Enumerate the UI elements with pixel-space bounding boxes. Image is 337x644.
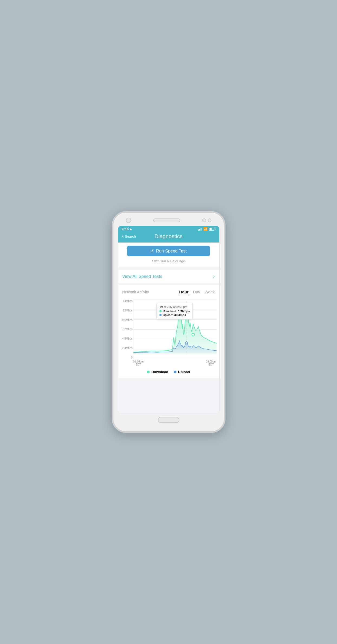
screen: 9:16 ▶ 📶 — [118, 226, 220, 414]
bottom-bar — [158, 414, 179, 426]
y-label-2-4: 2.4Mbps — [122, 347, 132, 350]
tooltip-download-dot — [159, 310, 162, 312]
refresh-icon: ↺ — [150, 248, 154, 254]
y-label-7-2: 7.2Mbps — [122, 328, 132, 331]
legend-download: Download — [147, 370, 168, 374]
network-activity-label: Network Activity — [122, 290, 149, 294]
back-label: Search — [125, 234, 136, 238]
content-scroll[interactable]: ↺ Run Speed Test Last Run 6 Days Ago Vie… — [118, 243, 219, 414]
x-tz-900: EDT — [206, 363, 217, 366]
network-activity-header: Network Activity Hour Day Week — [118, 290, 219, 295]
signal-bar-3 — [200, 228, 201, 231]
tooltip-download-row: Download: 1.9Mbps — [159, 310, 190, 313]
tooltip-date: 19 of July at 8:58 pm — [159, 305, 190, 308]
y-label-12: 12Mbps — [123, 309, 133, 312]
gridline-6 — [133, 349, 217, 349]
tab-week[interactable]: Week — [204, 290, 215, 295]
tooltip-upload-label: Upload: — [163, 313, 173, 317]
battery-fill — [210, 228, 212, 230]
top-hardware — [118, 218, 220, 223]
gridline-1 — [133, 300, 217, 300]
y-axis-labels: 14Mbps 12Mbps 9.5Mbps 7.2Mbps 4.8Mbps 2.… — [119, 300, 133, 359]
battery-body — [209, 228, 214, 231]
signal-bars — [198, 228, 202, 231]
chart-area: 19 of July at 8:58 pm Download: 1.9Mbps … — [133, 300, 217, 359]
run-speed-test-label: Run Speed Test — [156, 249, 187, 254]
chart-container: 14Mbps 12Mbps 9.5Mbps 7.2Mbps 4.8Mbps 2.… — [118, 300, 219, 367]
tooltip-download-value: 1.9Mbps — [178, 310, 190, 313]
speed-test-section: ↺ Run Speed Test Last Run 6 Days Ago — [118, 243, 219, 267]
chart-legend: Download Upload — [118, 367, 219, 374]
legend-dot-download — [147, 371, 150, 373]
time-tabs: Hour Day Week — [179, 290, 215, 295]
phone-shell: 9:16 ▶ 📶 — [112, 211, 225, 433]
legend-upload-label: Upload — [178, 370, 190, 374]
view-all-speed-tests-row[interactable]: View All Speed Tests › — [118, 270, 219, 283]
view-all-speed-tests-label: View All Speed Tests — [122, 274, 162, 279]
page-title: Diagnostics — [155, 233, 182, 240]
battery-tip — [215, 228, 215, 230]
signal-bar-2 — [199, 229, 200, 231]
battery — [209, 228, 215, 231]
x-time-900: 09:00pm — [206, 360, 217, 363]
status-left: 9:16 ▶ — [122, 227, 132, 231]
tooltip-download-label: Download: — [163, 310, 177, 313]
y-label-4-8: 4.8Mbps — [122, 337, 132, 340]
chart-tooltip: 19 of July at 8:58 pm Download: 1.9Mbps … — [156, 303, 193, 320]
x-axis: 08:30pm EDT 09:00pm EDT — [133, 359, 217, 367]
tooltip-upload-row: Upload: 366kbps — [159, 313, 190, 317]
wifi-icon: 📶 — [203, 227, 208, 231]
gridline-4 — [133, 329, 217, 330]
back-chevron: ‹ — [122, 233, 124, 240]
home-indicator[interactable] — [158, 417, 179, 423]
signal-bar-1 — [198, 230, 199, 231]
legend-upload: Upload — [174, 370, 190, 374]
front-camera — [126, 218, 131, 223]
y-label-9-5: 9.5Mbps — [122, 318, 132, 321]
back-button[interactable]: ‹ Search — [122, 233, 136, 240]
status-time: 9:16 — [122, 227, 129, 231]
y-label-0: 0 — [131, 356, 133, 359]
tab-hour[interactable]: Hour — [179, 290, 189, 295]
chevron-right-icon: › — [213, 274, 215, 279]
x-tz-830: EDT — [133, 363, 144, 366]
x-label-830: 08:30pm EDT — [133, 360, 144, 366]
last-run-text: Last Run 6 Days Ago — [122, 259, 215, 263]
hardware-dot-2 — [208, 218, 211, 222]
x-time-830: 08:30pm — [133, 360, 144, 363]
status-bar: 9:16 ▶ 📶 — [118, 226, 219, 232]
nav-bar: ‹ Search Diagnostics — [118, 232, 219, 243]
tooltip-upload-dot — [159, 314, 162, 316]
run-speed-test-button[interactable]: ↺ Run Speed Test — [127, 246, 210, 256]
speaker — [153, 218, 180, 222]
network-activity-section: Network Activity Hour Day Week 14Mbps 12… — [118, 285, 219, 378]
gridline-5 — [133, 339, 217, 339]
legend-download-label: Download — [151, 370, 168, 374]
status-right: 📶 — [198, 227, 215, 231]
tooltip-upload-value: 366kbps — [174, 313, 186, 317]
gridline-7 — [133, 359, 217, 359]
y-label-14: 14Mbps — [123, 300, 133, 303]
hardware-dot-1 — [202, 218, 206, 222]
location-icon: ▶ — [130, 228, 132, 231]
signal-bar-4 — [201, 228, 202, 231]
tab-day[interactable]: Day — [193, 290, 200, 295]
x-label-900: 09:00pm EDT — [206, 360, 217, 366]
legend-dot-upload — [174, 371, 176, 373]
